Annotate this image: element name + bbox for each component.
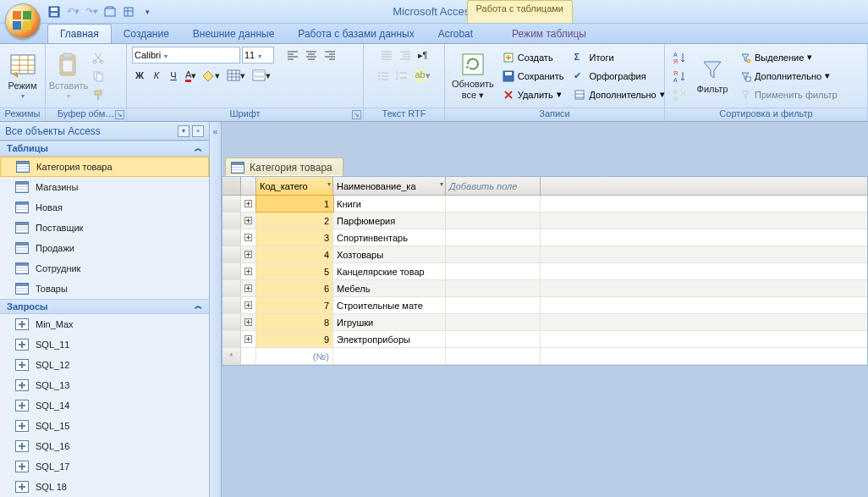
nav-query-item[interactable]: SQL_15 xyxy=(0,416,209,436)
select-all-corner[interactable] xyxy=(222,177,241,195)
tab-datasheet[interactable]: Режим таблицы xyxy=(500,25,598,43)
row-selector[interactable] xyxy=(222,280,241,296)
cell-name[interactable]: Мебель xyxy=(333,280,446,296)
cell-id[interactable]: 4 xyxy=(256,246,333,262)
cell-add[interactable] xyxy=(446,297,541,313)
table-row[interactable]: 8Игрушки xyxy=(222,314,867,331)
save-record-button[interactable]: Сохранить xyxy=(499,68,568,85)
cell-id[interactable]: 1 xyxy=(256,196,333,212)
row-selector[interactable] xyxy=(222,196,241,212)
ltr-button[interactable]: ▸¶ xyxy=(415,47,431,64)
tab-acrobat[interactable]: Acrobat xyxy=(426,25,485,43)
auto-number-hint[interactable]: (№) xyxy=(256,348,333,364)
format-painter-button[interactable] xyxy=(90,86,107,103)
cell-add[interactable] xyxy=(446,246,541,262)
nav-query-item[interactable]: SQL_17 xyxy=(0,456,209,477)
toggle-filter-button[interactable]: Применить фильтр xyxy=(736,86,841,103)
sort-asc-button[interactable]: АЯ xyxy=(670,48,689,67)
delete-record-button[interactable]: Удалить ▾ xyxy=(499,86,568,103)
cell-id[interactable]: 7 xyxy=(256,297,333,313)
nav-table-item[interactable]: Магазины xyxy=(0,177,209,197)
numbering-button[interactable]: 12 xyxy=(393,67,410,84)
selection-filter-button[interactable]: Выделение ▾ xyxy=(736,49,841,66)
nav-table-item[interactable]: Сотрудник xyxy=(0,258,209,279)
cell-add[interactable] xyxy=(446,196,541,212)
table-row[interactable]: 6Мебель xyxy=(222,280,867,297)
cell-name[interactable]: Книги xyxy=(333,196,446,212)
cell-name[interactable]: Электроприборы xyxy=(333,331,446,347)
cell-id[interactable]: 6 xyxy=(256,280,333,296)
cell-id[interactable]: 9 xyxy=(256,331,333,347)
totals-button[interactable]: ΣИтоги xyxy=(570,49,667,66)
cell-add[interactable] xyxy=(446,331,541,347)
table-row[interactable]: 5Канцелярские товар xyxy=(222,263,867,280)
table-row[interactable]: 3Спортинвентарь xyxy=(222,229,867,246)
underline-button[interactable]: Ч xyxy=(166,67,181,84)
column-header-name[interactable]: Наименование_ка▾ xyxy=(333,177,446,195)
clipboard-launcher[interactable]: ↘ xyxy=(115,110,124,119)
cell-id[interactable]: 2 xyxy=(256,213,333,229)
nav-query-item[interactable]: SQL 18 xyxy=(0,477,209,497)
nav-query-item[interactable]: SQL_16 xyxy=(0,436,209,456)
table-row[interactable]: 4Хозтовары xyxy=(222,246,867,263)
nav-section-tables[interactable]: Таблицы︽ xyxy=(0,141,209,156)
table-row[interactable]: 2Парфюмерия xyxy=(222,213,867,229)
nav-query-item[interactable]: SQL_12 xyxy=(0,355,209,375)
nav-query-item[interactable]: SQL_13 xyxy=(0,375,209,395)
qat-customize-icon[interactable]: ▾ xyxy=(140,5,154,19)
expand-row[interactable] xyxy=(241,196,256,212)
gridlines-button[interactable]: ▾ xyxy=(224,67,248,84)
save-icon[interactable] xyxy=(47,5,61,19)
row-selector[interactable] xyxy=(222,263,241,279)
expand-row[interactable] xyxy=(241,213,256,229)
align-center-button[interactable] xyxy=(303,47,320,64)
cell-add[interactable] xyxy=(446,280,541,296)
italic-button[interactable]: К xyxy=(149,67,164,84)
new-record-button[interactable]: Создать xyxy=(499,49,568,66)
cell-add[interactable] xyxy=(446,314,541,330)
expand-row[interactable] xyxy=(241,331,256,347)
shutter-bar[interactable]: « xyxy=(210,122,222,497)
font-size-combo[interactable]: 11 xyxy=(242,47,274,64)
advanced-filter-button[interactable]: Дополнительно ▾ xyxy=(736,68,841,85)
tab-external-data[interactable]: Внешние данные xyxy=(181,25,287,43)
expand-row[interactable] xyxy=(241,280,256,296)
office-button[interactable] xyxy=(5,3,41,39)
document-tab[interactable]: Категория товара xyxy=(225,157,343,176)
cell-name[interactable]: Парфюмерия xyxy=(333,213,446,229)
sort-desc-button[interactable]: ЯА xyxy=(670,67,689,86)
column-header-id[interactable]: Код_катего▾ xyxy=(256,177,333,195)
increase-indent-button[interactable] xyxy=(397,47,414,64)
undo-icon[interactable]: ↶▾ xyxy=(66,5,80,19)
nav-table-item[interactable]: Продажи xyxy=(0,238,209,258)
nav-table-item[interactable]: Товары xyxy=(0,279,209,299)
decrease-indent-button[interactable] xyxy=(378,47,395,64)
row-selector[interactable] xyxy=(222,331,241,347)
fill-color-button[interactable]: ▾ xyxy=(201,67,222,84)
align-left-button[interactable] xyxy=(284,47,301,64)
align-right-button[interactable] xyxy=(321,47,338,64)
nav-section-queries[interactable]: Запросы︽ xyxy=(0,299,209,314)
tab-database-tools[interactable]: Работа с базами данных xyxy=(286,25,426,43)
row-selector[interactable] xyxy=(222,246,241,262)
cell-add[interactable] xyxy=(446,229,541,246)
paste-button[interactable]: Вставить xyxy=(51,50,86,102)
nav-menu-dropdown-icon[interactable]: ▾ xyxy=(178,125,190,137)
cell-add[interactable] xyxy=(446,263,541,279)
cell-name[interactable]: Хозтовары xyxy=(333,246,446,262)
table-row[interactable]: 1Книги xyxy=(222,196,867,213)
cell-name[interactable]: Спортинвентарь xyxy=(333,229,446,246)
nav-table-item[interactable]: Поставщик xyxy=(0,218,209,238)
more-button[interactable]: Дополнительно ▾ xyxy=(570,86,667,103)
new-record-row[interactable]: * (№) xyxy=(222,348,867,365)
cut-button[interactable] xyxy=(90,49,107,66)
bold-button[interactable]: Ж xyxy=(132,67,147,84)
view-button[interactable]: Режим xyxy=(5,50,40,102)
nav-query-item[interactable]: SQL_11 xyxy=(0,334,209,355)
cell-name[interactable]: Канцелярские товар xyxy=(333,263,446,279)
cell-id[interactable]: 5 xyxy=(256,263,333,279)
nav-pane-header[interactable]: Все объекты Access ▾ « xyxy=(0,122,209,141)
refresh-all-button[interactable]: Обновитьвсе ▾ xyxy=(450,50,496,101)
copy-button[interactable] xyxy=(90,68,107,85)
row-selector[interactable] xyxy=(222,213,241,229)
